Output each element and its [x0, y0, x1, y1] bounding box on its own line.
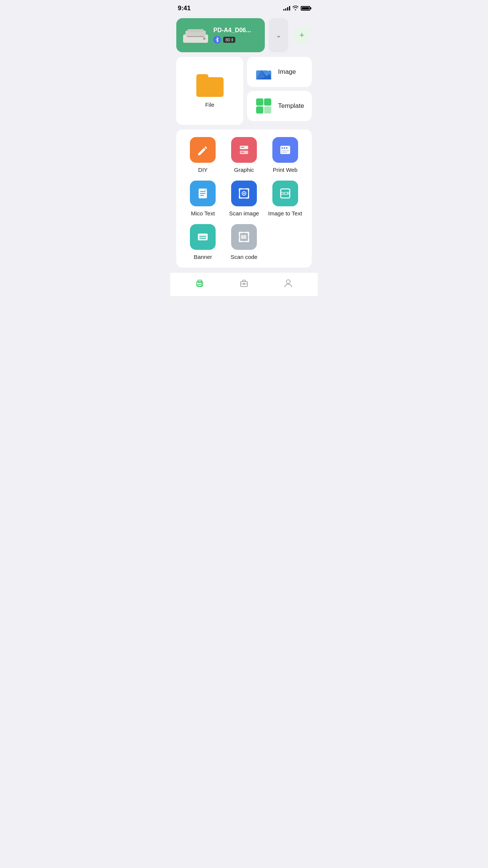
status-time: 9:41 — [178, 5, 191, 12]
right-cards: Image Template — [247, 57, 312, 125]
printer-card[interactable]: PD-A4_D06... 80 — [176, 18, 265, 52]
image-to-text-icon: OCR — [272, 181, 298, 206]
svg-rect-30 — [200, 195, 204, 196]
svg-rect-47 — [198, 284, 202, 287]
add-printer-button[interactable]: + — [293, 26, 311, 44]
svg-rect-25 — [281, 150, 289, 151]
svg-rect-39 — [239, 232, 249, 242]
print-web-icon — [272, 137, 298, 163]
svg-rect-19 — [241, 147, 244, 148]
nav-item-print[interactable] — [178, 278, 222, 288]
svg-point-11 — [266, 65, 271, 71]
status-icons — [283, 5, 310, 11]
bottom-nav — [170, 272, 318, 296]
diy-icon — [190, 137, 216, 163]
printer-status: 80 — [213, 36, 259, 44]
printer-name: PD-A4_D06... — [213, 27, 259, 34]
svg-rect-15 — [256, 106, 263, 114]
diy-label: DIY — [198, 167, 208, 173]
svg-rect-29 — [200, 193, 205, 194]
plus-icon: + — [300, 31, 305, 39]
svg-rect-20 — [241, 152, 244, 153]
top-section: PD-A4_D06... 80 ⌄ + — [170, 15, 318, 57]
grid-item-graphic[interactable]: Graphic — [224, 137, 265, 173]
svg-point-33 — [243, 193, 245, 194]
image-icon — [255, 63, 273, 81]
grid-item-mico-text[interactable]: Mico Text — [182, 181, 224, 217]
image-to-text-label: Image to Text — [268, 210, 302, 217]
grid-item-scan-image[interactable]: Scan image — [224, 181, 265, 217]
printer-nav-icon — [194, 278, 205, 288]
banner-icon — [190, 224, 216, 250]
svg-rect-26 — [281, 152, 287, 153]
svg-rect-38 — [199, 238, 206, 239]
add-button-container: + — [292, 18, 312, 52]
dropdown-button[interactable]: ⌄ — [269, 18, 288, 52]
svg-rect-21 — [280, 146, 290, 154]
svg-rect-16 — [264, 106, 271, 114]
grid-row-3: Banner — [182, 224, 306, 260]
grid-item-image-to-text[interactable]: OCR Image to Text — [264, 181, 306, 217]
graphic-icon — [231, 137, 257, 163]
image-card[interactable]: Image — [247, 57, 312, 87]
graphic-label: Graphic — [234, 167, 254, 173]
svg-rect-28 — [200, 191, 205, 192]
nav-item-work[interactable] — [222, 278, 266, 288]
grid-row-1: DIY Graphic — [182, 137, 306, 173]
bluetooth-icon — [213, 36, 221, 44]
svg-point-22 — [281, 147, 283, 149]
svg-rect-36 — [198, 234, 208, 240]
image-label: Image — [278, 68, 296, 76]
file-card[interactable]: File — [176, 57, 243, 125]
svg-rect-3 — [187, 36, 204, 37]
svg-rect-13 — [256, 98, 263, 106]
svg-point-24 — [286, 147, 288, 149]
mico-text-icon — [190, 181, 216, 206]
battery-icon — [301, 6, 310, 11]
template-label: Template — [278, 102, 304, 110]
grid-item-banner[interactable]: Banner — [182, 224, 224, 260]
svg-rect-14 — [264, 98, 271, 106]
banner-label: Banner — [194, 254, 212, 260]
signal-icon — [283, 6, 290, 11]
svg-point-52 — [286, 280, 290, 284]
svg-point-23 — [284, 147, 285, 149]
person-nav-icon — [283, 278, 294, 288]
svg-rect-2 — [188, 29, 204, 32]
grid-item-diy[interactable]: DIY — [182, 137, 224, 173]
folder-icon — [196, 74, 224, 97]
grid-row-2: Mico Text — [182, 181, 306, 217]
scan-code-label: Scan code — [231, 254, 258, 260]
status-bar: 9:41 — [170, 0, 318, 15]
battery-status-label: 80 — [223, 37, 235, 43]
svg-point-4 — [203, 37, 205, 40]
template-icon — [255, 97, 273, 115]
scan-code-icon — [231, 224, 257, 250]
chevron-down-icon: ⌄ — [276, 31, 281, 39]
scan-image-label: Scan image — [229, 210, 259, 217]
content-area: File — [170, 57, 318, 272]
svg-text:OCR: OCR — [280, 191, 290, 196]
printer-info: PD-A4_D06... 80 — [213, 27, 259, 44]
wifi-icon — [292, 5, 298, 11]
svg-point-48 — [201, 283, 202, 284]
briefcase-nav-icon — [239, 278, 249, 288]
template-card[interactable]: Template — [247, 91, 312, 121]
grid-item-scan-code[interactable]: Scan code — [224, 224, 265, 260]
svg-rect-37 — [199, 236, 206, 237]
grid-item-print-web[interactable]: Print Web — [264, 137, 306, 173]
grid-section: DIY Graphic — [176, 129, 312, 268]
nav-item-profile[interactable] — [266, 278, 310, 288]
top-cards-row: File — [176, 57, 312, 125]
scan-image-icon — [231, 181, 257, 206]
file-label: File — [205, 101, 214, 108]
mico-text-label: Mico Text — [191, 210, 215, 217]
printer-image — [182, 27, 209, 44]
print-web-label: Print Web — [273, 167, 298, 173]
